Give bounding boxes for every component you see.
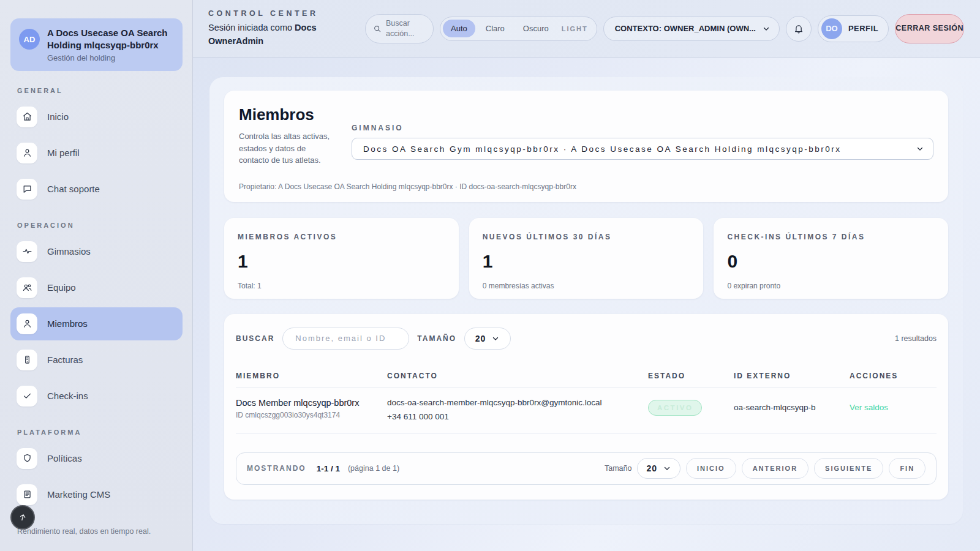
chat-icon bbox=[17, 179, 37, 200]
member-icon bbox=[17, 313, 37, 334]
page-size-select[interactable]: 20 bbox=[464, 328, 511, 350]
member-id: ID cmlqcszgg003io30ys4qt3174 bbox=[236, 411, 387, 419]
top-header: CONTROL CENTER Sesión iniciada como Docs… bbox=[193, 0, 980, 58]
theme-option-oscuro[interactable]: Oscuro bbox=[515, 20, 557, 37]
session-text: Sesión iniciada como Docs OwnerAdmin bbox=[208, 21, 328, 47]
sidebar-item-label: Gimnasios bbox=[47, 246, 91, 257]
first-page-button[interactable]: INICIO bbox=[686, 458, 736, 479]
member-phone: +34 611 000 001 bbox=[387, 412, 648, 421]
stat-label: CHECK-INS ÚLTIMOS 7 DÍAS bbox=[727, 233, 935, 241]
chevron-down-icon bbox=[663, 464, 671, 473]
column-header-miembro: MIEMBRO bbox=[236, 372, 387, 380]
arrow-up-icon bbox=[18, 512, 28, 522]
sidebar-item-inicio[interactable]: Inicio bbox=[10, 100, 183, 133]
org-card-text: A Docs Usecase OA Search Holding mlqcsyq… bbox=[47, 27, 174, 62]
theme-option-claro[interactable]: Claro bbox=[478, 20, 513, 37]
sidebar-item-gimnasios[interactable]: Gimnasios bbox=[10, 235, 183, 268]
member-email: docs-oa-search-member-mlqcsyqp-bbr0rx@gy… bbox=[387, 398, 648, 407]
gym-field-block: GIMNASIO Docs OA Search Gym mlqcsyqp-bbr… bbox=[352, 105, 933, 167]
pagination-size-value: 20 bbox=[646, 463, 657, 473]
session-prefix: Sesión iniciada como bbox=[208, 23, 295, 32]
stat-card-checkins-7-dias: CHECK-INS ÚLTIMOS 7 DÍAS 0 0 expiran pro… bbox=[714, 218, 948, 299]
sidebar-item-chat-soporte[interactable]: Chat soporte bbox=[10, 173, 183, 206]
logout-button[interactable]: CERRAR SESIÓN bbox=[895, 14, 964, 43]
shield-icon bbox=[17, 448, 37, 469]
members-shell: Miembros Controla las altas activas, est… bbox=[209, 77, 963, 524]
sidebar-item-label: Políticas bbox=[47, 453, 82, 463]
context-dropdown[interactable]: CONTEXTO: OWNER_ADMIN (OWN... bbox=[603, 17, 780, 41]
sidebar-item-marketing-cms[interactable]: Marketing CMS bbox=[10, 478, 183, 511]
member-cell: Docs Member mlqcsyqp-bbr0rx ID cmlqcszgg… bbox=[236, 398, 387, 419]
sidebar-item-mi-perfil[interactable]: Mi perfil bbox=[10, 137, 183, 170]
header-eyebrow: CONTROL CENTER bbox=[208, 9, 359, 18]
notifications-button[interactable] bbox=[786, 16, 812, 42]
sidebar-section-plataforma: PLATAFORMA bbox=[17, 429, 183, 436]
stat-label: MIEMBROS ACTIVOS bbox=[238, 233, 445, 241]
owner-line: Propietario: A Docs Usecase OA Search Ho… bbox=[239, 182, 933, 191]
member-name: Docs Member mlqcsyqp-bbr0rx bbox=[236, 398, 387, 408]
gym-select[interactable]: Docs OA Search Gym mlqcsyqp-bbr0rx · A D… bbox=[352, 138, 933, 160]
last-page-button[interactable]: FIN bbox=[889, 458, 925, 479]
gym-select-value: Docs OA Search Gym mlqcsyqp-bbr0rx · A D… bbox=[363, 144, 916, 154]
members-header-card: Miembros Controla las altas activas, est… bbox=[224, 91, 948, 202]
stat-value: 0 bbox=[727, 251, 935, 272]
sidebar-item-label: Marketing CMS bbox=[47, 489, 110, 500]
profile-button[interactable]: DO PERFIL bbox=[818, 15, 889, 42]
sidebar-section-operacion: OPERACION bbox=[17, 222, 183, 229]
sidebar-item-equipo[interactable]: Equipo bbox=[10, 271, 183, 304]
external-id-cell: oa-search-mlqcsyqp-b bbox=[734, 398, 850, 413]
sidebar-item-facturas[interactable]: Facturas bbox=[10, 343, 183, 377]
org-card[interactable]: AD A Docs Usecase OA Search Holding mlqc… bbox=[10, 18, 183, 71]
action-search-button[interactable]: Buscar acción... bbox=[365, 14, 434, 43]
results-count: 1 resultados bbox=[895, 334, 937, 343]
stat-subtext: 0 membresías activas bbox=[483, 282, 690, 290]
previous-page-button[interactable]: ANTERIOR bbox=[742, 458, 809, 479]
org-avatar: AD bbox=[19, 29, 40, 50]
sidebar-item-label: Miembros bbox=[47, 318, 88, 329]
stat-subtext: 0 expiran pronto bbox=[727, 282, 935, 290]
column-header-estado: ESTADO bbox=[648, 372, 734, 380]
main-area: Miembros Controla las altas activas, est… bbox=[193, 58, 980, 551]
profile-avatar: DO bbox=[821, 18, 842, 39]
pagination-size-select[interactable]: 20 bbox=[637, 458, 680, 479]
table-toolbar: BUSCAR TAMAÑO 20 1 resultados bbox=[236, 328, 937, 350]
sidebar-item-politicas[interactable]: Políticas bbox=[10, 442, 183, 475]
member-search-input[interactable] bbox=[282, 328, 409, 350]
sidebar-item-label: Check-ins bbox=[47, 391, 88, 401]
search-icon bbox=[373, 24, 382, 33]
next-page-button[interactable]: SIGUIENTE bbox=[814, 458, 883, 479]
pagination-bar: MOSTRANDO 1-1 / 1 (página 1 de 1) Tamaño… bbox=[236, 452, 937, 485]
members-title-block: Miembros Controla las altas activas, est… bbox=[239, 105, 337, 167]
members-table-card: BUSCAR TAMAÑO 20 1 resultados MIEMBRO bbox=[224, 314, 948, 500]
org-name: A Docs Usecase OA Search Holding mlqcsyq… bbox=[47, 27, 174, 51]
view-balances-link[interactable]: Ver saldos bbox=[850, 403, 888, 412]
stats-row: MIEMBROS ACTIVOS 1 Total: 1 NUEVOS ÚLTIM… bbox=[224, 218, 948, 299]
scroll-top-button[interactable] bbox=[10, 505, 35, 530]
showing-range: 1-1 / 1 bbox=[317, 464, 340, 473]
header-title-block: CONTROL CENTER Sesión iniciada como Docs… bbox=[208, 9, 359, 47]
sidebar-section-general: GENERAL bbox=[17, 87, 183, 94]
sidebar-item-check-ins[interactable]: Check-ins bbox=[10, 380, 183, 413]
sidebar-item-label: Inicio bbox=[47, 111, 69, 122]
theme-mode-label: LIGHT bbox=[562, 25, 588, 32]
sidebar-item-miembros[interactable]: Miembros bbox=[10, 307, 183, 340]
members-header-grid: Miembros Controla las altas activas, est… bbox=[239, 105, 933, 167]
content-column: CONTROL CENTER Sesión iniciada como Docs… bbox=[193, 0, 980, 551]
status-cell: ACTIVO bbox=[648, 398, 734, 416]
team-icon bbox=[17, 277, 37, 298]
search-label: BUSCAR bbox=[236, 334, 274, 343]
home-icon bbox=[17, 107, 37, 127]
profile-label: PERFIL bbox=[848, 24, 878, 33]
stat-subtext: Total: 1 bbox=[238, 282, 445, 290]
stat-label: NUEVOS ÚLTIMOS 30 DÍAS bbox=[483, 233, 690, 241]
bell-icon bbox=[793, 23, 804, 34]
chevron-down-icon bbox=[916, 144, 924, 153]
column-header-acciones: ACCIONES bbox=[850, 372, 937, 380]
theme-option-auto[interactable]: Auto bbox=[443, 20, 475, 37]
sidebar-item-label: Facturas bbox=[47, 354, 83, 365]
cms-icon bbox=[17, 484, 37, 505]
sidebar: AD A Docs Usecase OA Search Holding mlqc… bbox=[0, 0, 193, 551]
actions-cell: Ver saldos bbox=[850, 398, 937, 413]
page-title: Miembros bbox=[239, 105, 337, 124]
table-row: Docs Member mlqcsyqp-bbr0rx ID cmlqcszgg… bbox=[236, 388, 937, 434]
